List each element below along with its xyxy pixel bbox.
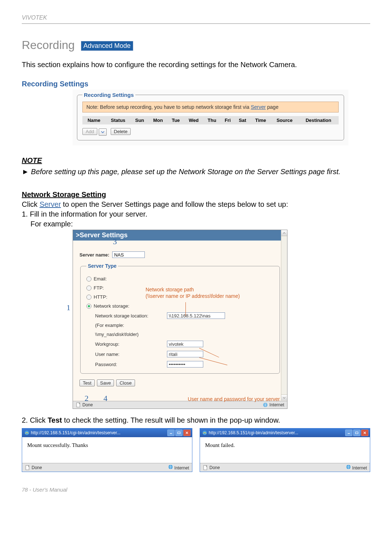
- radio-ns-row[interactable]: Network storage:: [86, 303, 274, 309]
- maximize-icon: [177, 431, 181, 434]
- ns-example-label: (For example:: [95, 323, 124, 328]
- svg-point-2: [25, 431, 29, 435]
- col-destination: Destination: [298, 116, 339, 124]
- server-link-body[interactable]: Server: [40, 200, 61, 208]
- popup-status-done-2: Done: [209, 465, 220, 470]
- col-status: Status: [106, 116, 131, 124]
- ns-example-val-row: \\my_nas\disk\folder): [95, 332, 274, 337]
- maximize-icon: [355, 431, 359, 434]
- server-settings-header: >Server Settings: [73, 230, 287, 241]
- server-type-fieldset: Server Type Email: FTP: HTTP: Network st…: [80, 263, 280, 374]
- popup-status-zone-2: Internet: [352, 465, 367, 471]
- col-wed: Wed: [184, 116, 203, 124]
- radio-email-row[interactable]: Email:: [86, 276, 274, 282]
- radio-icon: [86, 276, 91, 282]
- annotation-1: 1: [66, 303, 70, 312]
- page-icon: [203, 465, 208, 470]
- nss-step1: 1. Fill in the information for your serv…: [22, 210, 370, 218]
- chevron-up-icon: [283, 232, 286, 234]
- save-button[interactable]: Save: [97, 379, 114, 386]
- step2-pre: 2. Click: [22, 416, 48, 424]
- close-window-button[interactable]: [183, 430, 191, 436]
- close-window-button[interactable]: [361, 430, 368, 436]
- note-prefix: Note: Before setup recording, you have t…: [86, 104, 251, 110]
- minimize-icon: [347, 431, 351, 434]
- ie-icon: [202, 430, 207, 435]
- note-heading: NOTE: [22, 156, 370, 165]
- delete-button[interactable]: Delete: [111, 128, 131, 135]
- close-icon: [363, 431, 367, 434]
- popup-status-done: Done: [32, 465, 42, 470]
- chevron-down-icon: [101, 131, 105, 133]
- password-row: Password: ••••••••••: [95, 361, 274, 368]
- popup-statusbar: Done Internet: [22, 463, 192, 472]
- recording-settings-legend: Recording Settings: [82, 92, 135, 98]
- nss-line1-post: to open the Server Settings page and fol…: [61, 200, 288, 208]
- radio-icon: [86, 295, 91, 300]
- svg-rect-11: [356, 432, 358, 434]
- minimize-button[interactable]: [167, 430, 175, 436]
- recording-table: Name Status Sun Mon Tue Wed Thu Fri Sat …: [82, 116, 339, 124]
- ns-location-label: Network storage location:: [95, 313, 164, 319]
- anno-path-l1: Network storage path: [146, 287, 194, 292]
- username-row: User name: ritali: [95, 351, 274, 357]
- popup-title: http://192.168.5.151/cgi-bin/admin/tests…: [31, 430, 121, 435]
- svg-point-9: [203, 431, 207, 435]
- minimize-icon: [169, 431, 173, 434]
- col-name: Name: [82, 116, 106, 124]
- workgroup-label: Workgroup:: [95, 341, 164, 347]
- page-icon: [25, 465, 30, 470]
- ns-location-input[interactable]: \\192.168.5.122\nas: [167, 312, 225, 319]
- recording-button-row: Add Delete: [82, 128, 339, 136]
- internet-icon: [346, 464, 351, 469]
- ie-icon: [24, 430, 29, 435]
- col-sat: Sat: [234, 116, 250, 124]
- server-name-label: Server name:: [79, 252, 109, 258]
- server-link[interactable]: Server: [251, 104, 266, 110]
- internet-icon: [263, 402, 268, 407]
- col-mon: Mon: [148, 116, 167, 124]
- col-time: Time: [250, 116, 271, 124]
- test-button[interactable]: Test: [79, 379, 95, 386]
- server-name-input[interactable]: NAS: [112, 251, 145, 258]
- password-input[interactable]: ••••••••••: [167, 361, 203, 368]
- ns-example-row: (For example:: [95, 323, 274, 328]
- step2-text: 2. Click Test to check the setting. The …: [22, 416, 370, 424]
- server-settings-window: >Server Settings 3 Server name: NAS Serv…: [73, 230, 287, 409]
- note-body: ► Before setting up this page, please se…: [22, 168, 370, 176]
- server-type-legend: Server Type: [86, 263, 118, 269]
- maximize-button[interactable]: [353, 430, 360, 436]
- recording-settings-heading: Recording Settings: [22, 80, 370, 88]
- nss-line1: Click Server to open the Server Settings…: [22, 200, 370, 209]
- col-thu: Thu: [203, 116, 221, 124]
- page-icon: [76, 402, 81, 407]
- maximize-button[interactable]: [175, 430, 183, 436]
- popup-comparison: http://192.168.5.151/cgi-bin/admin/tests…: [22, 428, 370, 472]
- status-done: Done: [82, 402, 93, 407]
- annotation-3: 3: [113, 237, 117, 246]
- username-input[interactable]: ritali: [167, 351, 203, 357]
- close-icon: [185, 431, 189, 434]
- note-marker: ►: [22, 168, 29, 176]
- step2-post: to check the setting. The result will be…: [62, 416, 280, 424]
- scroll-up-button[interactable]: [281, 230, 287, 236]
- minimize-button[interactable]: [345, 430, 352, 436]
- add-button[interactable]: Add: [82, 128, 97, 135]
- close-button[interactable]: Close: [116, 379, 135, 386]
- workgroup-row: Workgroup: vivotek: [95, 341, 274, 347]
- header-brand: VIVOTEK: [22, 15, 370, 24]
- workgroup-input[interactable]: vivotek: [167, 341, 203, 347]
- radio-http-label: HTTP:: [94, 294, 107, 300]
- popup-title-2: http://192.168.5.151/cgi-bin/admin/tests…: [209, 430, 298, 435]
- popup-success-body: Mount successfully. Thanks: [22, 437, 192, 463]
- col-fri: Fri: [221, 116, 234, 124]
- add-dropdown[interactable]: [99, 128, 107, 136]
- status-zone: Internet: [269, 402, 284, 407]
- popup-failed-body: Mount failed.: [200, 437, 370, 463]
- popup-status-zone: Internet: [174, 465, 189, 471]
- col-sun: Sun: [131, 116, 148, 124]
- network-storage-heading: Network Storage Setting: [22, 190, 370, 199]
- popup-failed-window: http://192.168.5.151/cgi-bin/admin/tests…: [200, 428, 370, 472]
- intro-text: This section explains how to configure t…: [22, 61, 370, 69]
- anno-creds: User name and password for your server: [188, 396, 280, 402]
